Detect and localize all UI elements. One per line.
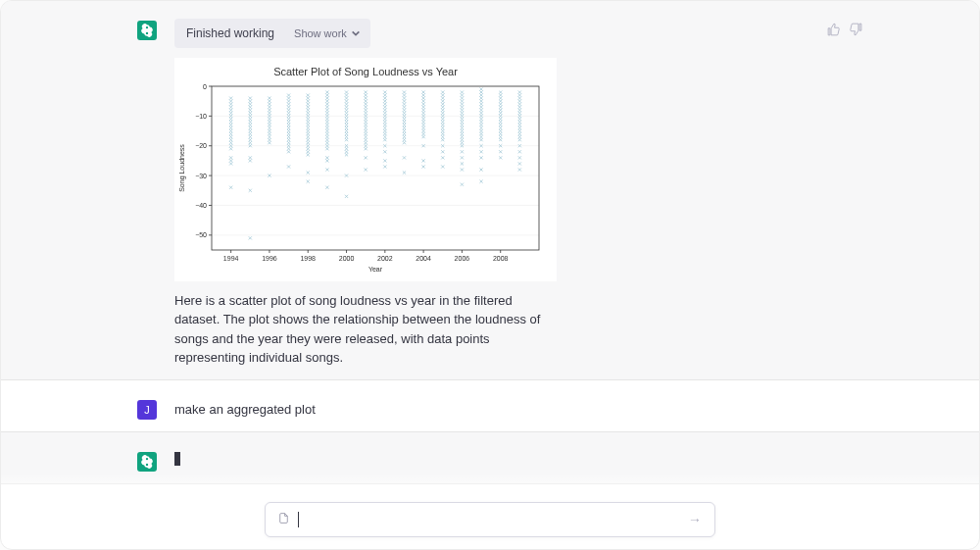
show-work-label: Show work bbox=[294, 25, 347, 42]
composer-input[interactable] bbox=[299, 512, 688, 528]
svg-text:−20: −20 bbox=[195, 142, 207, 149]
scatter-plot: 0−10−20−30−40−50199419961998200020022004… bbox=[174, 82, 547, 274]
feedback-buttons bbox=[827, 23, 862, 40]
svg-text:2002: 2002 bbox=[377, 255, 393, 262]
assistant-text: Here is a scatter plot of song loudness … bbox=[174, 291, 557, 368]
send-button[interactable]: → bbox=[688, 512, 703, 527]
attach-file-button[interactable] bbox=[277, 511, 290, 528]
tool-status-label: Finished working bbox=[186, 25, 274, 42]
openai-logo-icon bbox=[140, 24, 154, 37]
svg-text:1998: 1998 bbox=[300, 255, 316, 262]
user-avatar: J bbox=[137, 400, 157, 420]
svg-text:Song Loudness: Song Loudness bbox=[178, 143, 186, 191]
svg-text:1996: 1996 bbox=[262, 255, 277, 262]
svg-text:−50: −50 bbox=[195, 231, 207, 238]
user-message: J make an aggregated plot bbox=[1, 380, 979, 432]
svg-text:2008: 2008 bbox=[493, 255, 509, 262]
user-text: make an aggregated plot bbox=[174, 398, 843, 420]
chart-title: Scatter Plot of Song Loudness vs Year bbox=[174, 64, 557, 80]
assistant-message: Finished working Show work Scatter Plot … bbox=[1, 1, 979, 380]
svg-text:1994: 1994 bbox=[223, 255, 239, 262]
chevron-down-icon bbox=[351, 28, 361, 38]
composer-area: → bbox=[1, 473, 979, 537]
thumbs-down-button[interactable] bbox=[849, 23, 862, 40]
assistant-avatar bbox=[137, 21, 157, 40]
svg-text:−10: −10 bbox=[195, 112, 207, 119]
svg-text:−40: −40 bbox=[195, 201, 207, 208]
message-list: Finished working Show work Scatter Plot … bbox=[1, 1, 979, 484]
typing-cursor-icon bbox=[174, 452, 180, 466]
svg-text:Year: Year bbox=[368, 266, 383, 273]
svg-text:2000: 2000 bbox=[339, 255, 355, 262]
svg-text:−30: −30 bbox=[195, 172, 207, 178]
file-icon bbox=[277, 512, 290, 525]
app-frame: Finished working Show work Scatter Plot … bbox=[0, 0, 980, 550]
show-work-toggle[interactable]: Show work bbox=[294, 25, 361, 42]
svg-rect-6 bbox=[212, 86, 539, 250]
composer[interactable]: → bbox=[265, 502, 715, 537]
svg-text:0: 0 bbox=[203, 82, 207, 89]
openai-logo-icon bbox=[140, 455, 154, 469]
assistant-avatar bbox=[137, 452, 157, 472]
chart-output: Scatter Plot of Song Loudness vs Year 0−… bbox=[174, 58, 557, 281]
thumbs-up-button[interactable] bbox=[827, 23, 841, 40]
svg-text:2004: 2004 bbox=[416, 255, 431, 262]
tool-status-badge: Finished working Show work bbox=[174, 19, 370, 48]
thumbs-down-icon bbox=[849, 23, 862, 36]
thumbs-up-icon bbox=[827, 23, 841, 36]
svg-text:2006: 2006 bbox=[455, 255, 470, 262]
